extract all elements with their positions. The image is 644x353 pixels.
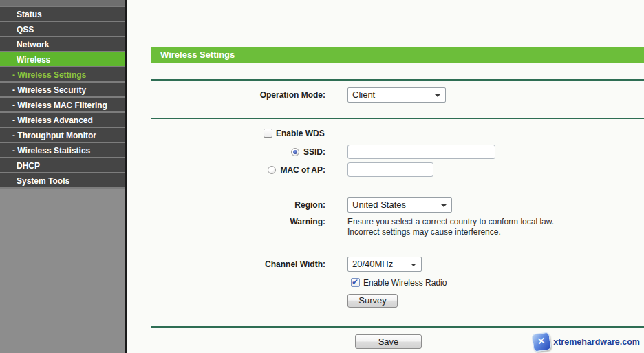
- mac-of-ap-input[interactable]: [347, 162, 433, 177]
- sidebar-item-wireless-mac-filtering[interactable]: - Wireless MAC Filtering: [0, 98, 125, 113]
- enable-wds-label: Enable WDS: [276, 129, 325, 138]
- mac-of-ap-radio[interactable]: [268, 166, 276, 174]
- watermark: xtremehardware.com: [533, 333, 640, 351]
- enable-wds-checkbox[interactable]: [264, 129, 272, 138]
- operation-mode-select[interactable]: Client: [347, 87, 446, 103]
- save-button[interactable]: Save: [355, 334, 422, 349]
- region-select[interactable]: United States: [347, 197, 452, 213]
- warning-text-line2: Incorrect settings may cause interferenc…: [347, 227, 501, 237]
- mac-of-ap-label: MAC of AP:: [280, 165, 325, 175]
- sidebar-item-status[interactable]: Status: [0, 7, 125, 22]
- sidebar-top-strip: [0, 0, 125, 7]
- enable-wireless-radio-label: Enable Wireless Radio: [363, 278, 447, 288]
- ssid-radio[interactable]: [291, 148, 299, 156]
- xtremehardware-logo-icon: [532, 332, 552, 352]
- chevron-down-icon: [411, 264, 416, 266]
- enable-wireless-radio-checkbox[interactable]: [351, 278, 360, 287]
- watermark-text: xtremehardware.com: [553, 337, 640, 347]
- region-label: Region:: [127, 200, 325, 210]
- region-value: United States: [352, 200, 406, 210]
- operation-mode-label: Operation Mode:: [127, 90, 325, 100]
- sidebar-item-wireless[interactable]: Wireless: [0, 52, 125, 67]
- sidebar-item-wireless-statistics[interactable]: - Wireless Statistics: [0, 143, 125, 158]
- channel-width-select[interactable]: 20/40MHz: [347, 257, 422, 272]
- ssid-label: SSID:: [303, 147, 325, 157]
- chevron-down-icon: [441, 204, 447, 207]
- chevron-down-icon: [435, 94, 440, 97]
- ssid-radio-row: SSID:: [127, 147, 325, 157]
- sidebar-item-network[interactable]: Network: [0, 37, 125, 52]
- sidebar-item-throughput-monitor[interactable]: - Throughput Monitor: [0, 128, 125, 143]
- sidebar-item-dhcp[interactable]: DHCP: [0, 158, 125, 173]
- main-content: Wireless Settings Operation Mode: Client…: [127, 0, 644, 353]
- page-title: Wireless Settings: [151, 47, 644, 63]
- warning-label: Warning:: [127, 217, 325, 226]
- channel-width-label: Channel Width:: [127, 259, 325, 269]
- sidebar-item-qss[interactable]: QSS: [0, 22, 125, 37]
- operation-mode-value: Client: [352, 89, 375, 100]
- mac-of-ap-radio-row: MAC of AP:: [127, 165, 325, 175]
- ssid-input[interactable]: [347, 145, 495, 159]
- separator-line: [151, 118, 644, 119]
- sidebar: Status QSS Network Wireless - Wireless S…: [0, 0, 125, 353]
- separator-line: [151, 79, 644, 81]
- channel-width-value: 20/40MHz: [352, 259, 393, 269]
- survey-button[interactable]: Survey: [347, 294, 398, 308]
- warning-text-line1: Ensure you select a correct country to c…: [347, 217, 554, 227]
- sidebar-item-system-tools[interactable]: System Tools: [0, 173, 125, 189]
- sidebar-item-wireless-settings[interactable]: - Wireless Settings: [0, 67, 125, 83]
- separator-line: [151, 326, 644, 328]
- sidebar-item-wireless-security[interactable]: - Wireless Security: [0, 83, 125, 98]
- sidebar-item-wireless-advanced[interactable]: - Wireless Advanced: [0, 113, 125, 128]
